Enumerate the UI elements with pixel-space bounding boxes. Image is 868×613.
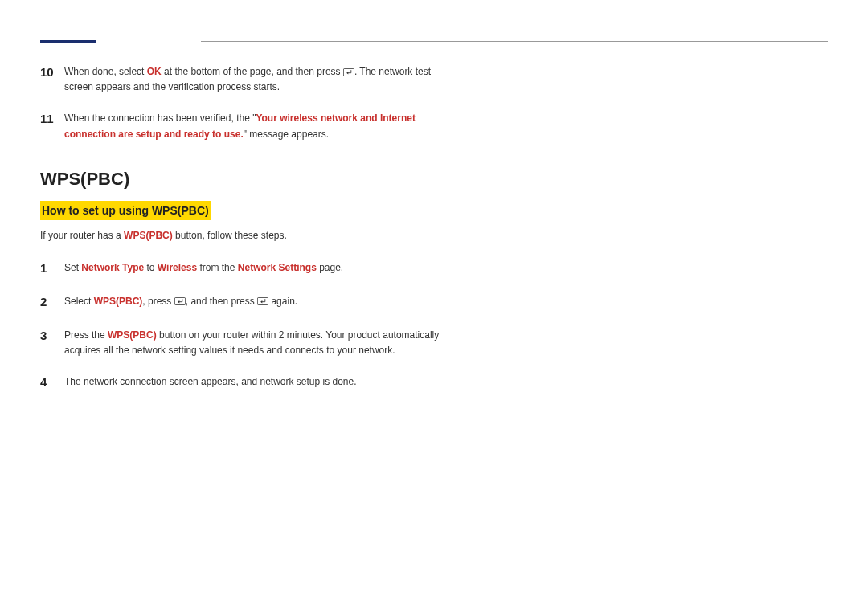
step-number: 2 [40, 292, 63, 312]
step: 3Press the WPS(PBC) button on your route… [40, 326, 458, 358]
subsection-heading: How to set up using WPS(PBC) [40, 201, 458, 228]
text: The network connection screen appears, a… [64, 376, 357, 387]
steps-wps: 1Set Network Type to Wireless from the N… [40, 259, 458, 392]
step: 11When the connection has been verified,… [40, 109, 458, 141]
text: page. [317, 262, 343, 273]
text: " message appears. [244, 129, 329, 140]
text: When done, select [64, 66, 147, 77]
enter-icon [257, 297, 268, 305]
step: 10When done, select OK at the bottom of … [40, 63, 458, 95]
section-title: WPS(PBC) [40, 165, 458, 193]
text: , and then press [186, 296, 257, 307]
emphasis: Wireless [158, 262, 197, 273]
steps-top: 10When done, select OK at the bottom of … [40, 63, 458, 142]
svg-rect-2 [257, 298, 268, 305]
text: , press [142, 296, 174, 307]
text: to [144, 262, 158, 273]
step: 4The network connection screen appears, … [40, 373, 458, 392]
text: Press the [64, 329, 108, 341]
text: at the bottom of the page, and then pres… [162, 66, 343, 77]
step: 2Select WPS(PBC), press , and then press… [40, 292, 458, 312]
step-number: 11 [40, 109, 63, 129]
intro-text: If your router has a WPS(PBC) button, fo… [40, 228, 458, 243]
step-number: 10 [40, 63, 63, 82]
text: again. [268, 296, 297, 307]
step-number: 4 [40, 373, 63, 392]
step-body: Press the WPS(PBC) button on your router… [64, 326, 458, 358]
step-body: Set Network Type to Wireless from the Ne… [64, 259, 458, 276]
emphasis: OK [147, 66, 162, 77]
accent-bar [40, 40, 96, 43]
text: If your router has a [40, 230, 124, 241]
subsection-label: How to set up using WPS(PBC) [40, 201, 211, 220]
step: 1Set Network Type to Wireless from the N… [40, 259, 458, 278]
svg-rect-1 [174, 298, 185, 305]
step-body: When the connection has been verified, t… [64, 109, 458, 141]
emphasis: WPS(PBC) [124, 230, 173, 241]
step-number: 1 [40, 259, 63, 278]
emphasis: WPS(PBC) [94, 296, 143, 307]
svg-rect-0 [343, 68, 354, 76]
divider [201, 41, 828, 42]
enter-icon [174, 297, 186, 305]
step-body: When done, select OK at the bottom of th… [64, 63, 458, 95]
enter-icon [343, 68, 354, 76]
text: button, follow these steps. [173, 230, 287, 241]
step-number: 3 [40, 326, 63, 345]
text: from the [197, 262, 238, 273]
emphasis: Network Settings [238, 262, 317, 273]
text: When the connection has been verified, t… [64, 112, 256, 124]
header-rule [40, 40, 828, 43]
page-content: 10When done, select OK at the bottom of … [40, 63, 458, 392]
step-body: Select WPS(PBC), press , and then press … [64, 292, 458, 309]
text: Set [64, 262, 81, 273]
step-body: The network connection screen appears, a… [64, 373, 458, 390]
emphasis: WPS(PBC) [108, 329, 157, 341]
emphasis: Network Type [81, 262, 144, 273]
text: Select [64, 296, 94, 307]
